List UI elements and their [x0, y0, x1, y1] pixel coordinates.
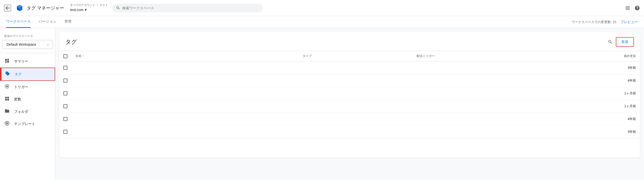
row-check-cell	[59, 100, 71, 113]
content-header: タグ 新規	[59, 32, 640, 51]
table-row[interactable]: 1ヶ月前	[59, 87, 640, 100]
row-updated-5: 3年前	[526, 126, 640, 138]
search-input[interactable]	[122, 6, 259, 10]
row-name-2	[71, 87, 299, 100]
tab-nav: ワークスペース バージョン 管理 ワークスペースでの変更数: 15 プレビュー	[0, 16, 644, 28]
row-type-3	[299, 100, 412, 113]
row-type-0	[299, 62, 412, 74]
content-area: タグ 新規 名前 ↑	[55, 28, 644, 180]
workspace-changes-label: ワークスペースでの変更数: 15	[572, 20, 616, 24]
preview-button[interactable]: プレビュー	[620, 20, 638, 24]
row-trigger-3	[413, 100, 526, 113]
row-checkbox-1[interactable]	[63, 79, 67, 83]
row-type-2	[299, 87, 412, 100]
table-row[interactable]: 1ヶ月前	[59, 100, 640, 113]
top-nav-right	[625, 5, 640, 11]
table-row[interactable]: 3年前	[59, 62, 640, 74]
row-check-cell	[59, 87, 71, 100]
sidebar-item-templates[interactable]: テンプレート	[0, 118, 55, 130]
table-row[interactable]: 4年前	[59, 74, 640, 87]
content-actions: 新規	[608, 37, 634, 47]
row-trigger-0	[413, 62, 526, 74]
workspace-name: Default Workspace	[7, 42, 36, 46]
row-name-3	[71, 100, 299, 113]
account-name: test.com	[70, 8, 84, 12]
breadcrumb: すべてのアカウント › テスト	[70, 3, 108, 7]
th-type[interactable]: タイプ	[299, 51, 412, 62]
variables-icon	[4, 96, 10, 102]
sidebar-item-label-triggers: トリガー	[14, 85, 28, 89]
row-checkbox-3[interactable]	[63, 104, 67, 108]
table-header-row: 名前 ↑ タイプ 配信トリガー 最終更新	[59, 51, 640, 62]
new-tag-button[interactable]: 新規	[616, 37, 634, 47]
app-title: タグ マネージャー	[27, 5, 64, 11]
content-search-icon[interactable]	[608, 39, 613, 44]
tab-admin[interactable]: 管理	[64, 16, 71, 28]
sidebar-item-triggers[interactable]: トリガー	[0, 81, 55, 93]
tab-version[interactable]: バージョン	[39, 16, 56, 28]
row-checkbox-2[interactable]	[63, 91, 67, 95]
sidebar-item-tags[interactable]: タグ	[0, 68, 55, 81]
row-checkbox-4[interactable]	[63, 117, 67, 121]
th-updated[interactable]: 最終更新	[526, 51, 640, 62]
workspace-chevron-icon: ›	[47, 42, 49, 46]
row-trigger-2	[413, 87, 526, 100]
sidebar-item-label-tags: タグ	[15, 72, 22, 77]
th-name[interactable]: 名前 ↑	[71, 51, 299, 62]
account-chevron-icon: ▾	[85, 7, 87, 13]
help-icon[interactable]	[634, 5, 640, 11]
content-title: タグ	[65, 38, 77, 46]
sidebar-item-folders[interactable]: フォルダ	[0, 105, 55, 118]
table-row[interactable]: 3年前	[59, 126, 640, 138]
breadcrumb-all-accounts: すべてのアカウント	[70, 4, 95, 7]
logo-area: タグ マネージャー	[15, 4, 64, 13]
folders-icon	[4, 108, 10, 115]
sidebar-item-label-templates: テンプレート	[14, 122, 35, 126]
row-trigger-1	[413, 74, 526, 87]
top-nav: タグ マネージャー すべてのアカウント › テスト test.com ▾	[0, 0, 644, 16]
row-checkbox-5[interactable]	[63, 130, 67, 134]
breadcrumb-sep: ›	[97, 4, 98, 7]
sidebar-item-label-folders: フォルダ	[14, 109, 28, 114]
svg-point-2	[6, 86, 8, 87]
row-checkbox-0[interactable]	[63, 66, 67, 70]
row-check-cell	[59, 126, 71, 138]
th-check	[59, 51, 71, 62]
sidebar: 現在のワークスペース Default Workspace › サマリー タグ ト…	[0, 28, 55, 180]
main-layout: 現在のワークスペース Default Workspace › サマリー タグ ト…	[0, 28, 644, 180]
back-button[interactable]	[4, 5, 11, 12]
row-updated-3: 1ヶ月前	[526, 100, 640, 113]
triggers-icon	[4, 84, 10, 90]
row-check-cell	[59, 62, 71, 74]
search-bar	[112, 4, 263, 12]
summary-icon	[4, 58, 10, 65]
tab-workspace[interactable]: ワークスペース	[6, 16, 31, 28]
breadcrumb-container: すべてのアカウント › テスト test.com ▾	[70, 3, 108, 13]
account-selector[interactable]: test.com ▾	[70, 7, 108, 13]
table-row[interactable]: 4年前	[59, 113, 640, 126]
sidebar-item-label-variables: 変数	[14, 97, 21, 102]
row-name-4	[71, 113, 299, 126]
row-type-5	[299, 126, 412, 138]
workspace-selector[interactable]: Default Workspace ›	[2, 40, 53, 49]
th-trigger[interactable]: 配信トリガー	[413, 51, 526, 62]
sidebar-item-label-summary: サマリー	[14, 59, 28, 64]
row-updated-1: 4年前	[526, 74, 640, 87]
sidebar-item-variables[interactable]: 変数	[0, 93, 55, 105]
select-all-checkbox[interactable]	[63, 54, 67, 58]
templates-icon	[4, 121, 10, 127]
tags-icon	[5, 71, 11, 77]
grid-icon[interactable]	[625, 5, 630, 11]
sidebar-divider	[0, 53, 55, 53]
breadcrumb-account: テスト	[100, 4, 108, 7]
row-trigger-4	[413, 113, 526, 126]
row-check-cell	[59, 113, 71, 126]
gtm-logo	[15, 4, 24, 13]
row-updated-4: 4年前	[526, 113, 640, 126]
sidebar-item-summary[interactable]: サマリー	[0, 55, 55, 68]
row-trigger-5	[413, 126, 526, 138]
row-name-1	[71, 74, 299, 87]
search-icon	[116, 6, 120, 10]
row-type-4	[299, 113, 412, 126]
row-name-0	[71, 62, 299, 74]
